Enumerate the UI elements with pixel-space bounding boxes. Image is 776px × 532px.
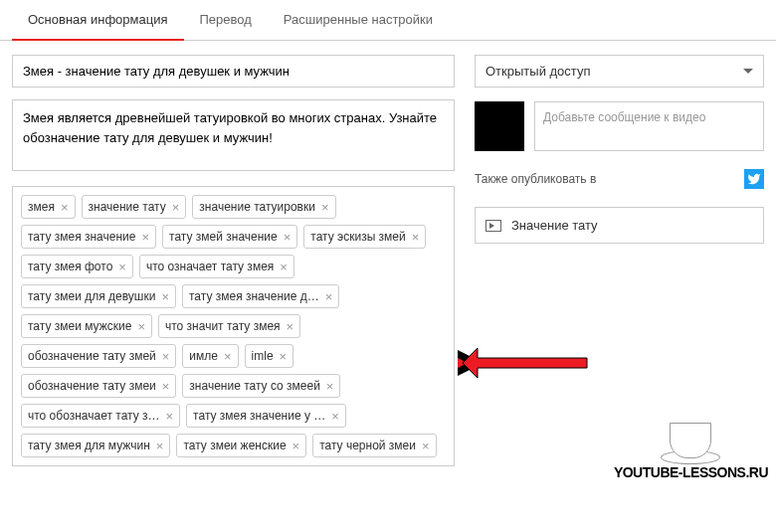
privacy-dropdown[interactable]: Открытый доступ: [475, 55, 764, 88]
tag-text: что обозначает тату з…: [28, 409, 160, 423]
tag-chip: тату змея фото×: [21, 255, 133, 278]
video-description-input[interactable]: Змея является древнейшей татуировкой во …: [12, 99, 455, 171]
tag-remove-icon[interactable]: ×: [162, 350, 170, 363]
tag-text: тату змей значение: [169, 230, 278, 244]
playlist-selector[interactable]: Значение тату: [475, 207, 764, 244]
tag-remove-icon[interactable]: ×: [412, 231, 420, 244]
tag-text: тату змея значение у …: [193, 409, 325, 423]
tag-text: имле: [189, 349, 218, 363]
tag-text: тату змеи женские: [183, 439, 286, 452]
tag-chip: imle×: [245, 344, 294, 368]
tag-text: тату змеи для девушки: [28, 289, 155, 303]
tag-chip: тату эскизы змей×: [303, 225, 426, 249]
tag-text: значение тату: [89, 200, 166, 214]
tag-remove-icon[interactable]: ×: [292, 440, 300, 452]
tag-remove-icon[interactable]: ×: [331, 410, 339, 423]
tag-chip: имле×: [182, 344, 238, 368]
tab-translation[interactable]: Перевод: [184, 0, 268, 40]
tag-remove-icon[interactable]: ×: [172, 201, 180, 214]
tag-remove-icon[interactable]: ×: [321, 201, 329, 214]
tag-text: обозначение тату змей: [28, 349, 156, 363]
tag-remove-icon[interactable]: ×: [280, 350, 288, 363]
tag-remove-icon[interactable]: ×: [162, 380, 170, 393]
chevron-down-icon: [743, 69, 753, 74]
tag-remove-icon[interactable]: ×: [166, 410, 174, 423]
tag-remove-icon[interactable]: ×: [141, 231, 149, 244]
tag-chip: значение татуировки×: [192, 195, 335, 219]
tag-text: тату змеи мужские: [28, 319, 131, 333]
tag-chip: что означает тату змея×: [139, 255, 294, 278]
video-thumbnail: [475, 101, 524, 151]
tag-chip: тату черной змеи×: [312, 434, 436, 457]
tag-remove-icon[interactable]: ×: [326, 380, 334, 393]
tag-text: тату эскизы змей: [310, 230, 405, 244]
watermark: YOUTUBE-LESSONS.RU: [614, 415, 768, 480]
tag-remove-icon[interactable]: ×: [118, 261, 126, 273]
playlist-label: Значение тату: [511, 218, 598, 233]
tab-advanced[interactable]: Расширенные настройки: [268, 0, 449, 40]
tag-text: тату змея значение: [28, 230, 135, 244]
tag-text: что означает тату змея: [146, 260, 274, 273]
also-publish-label: Также опубликовать в: [475, 172, 596, 186]
watermark-text: YOUTUBE-LESSONS.RU: [614, 464, 768, 480]
tag-text: тату змея для мужчин: [28, 439, 150, 452]
tag-remove-icon[interactable]: ×: [422, 440, 430, 452]
tag-chip: обозначение тату змей×: [21, 344, 176, 368]
tag-remove-icon[interactable]: ×: [224, 350, 232, 363]
tag-chip: значение тату со змеей×: [182, 374, 340, 398]
tag-remove-icon[interactable]: ×: [156, 440, 164, 452]
privacy-selected-label: Открытый доступ: [485, 64, 590, 79]
tag-chip: тату змея для мужчин×: [21, 434, 170, 457]
tag-remove-icon[interactable]: ×: [137, 320, 145, 333]
tag-chip: обозначение тату змеи×: [21, 374, 176, 398]
playlist-icon: [485, 220, 501, 232]
tag-chip: тату змеи для девушки×: [21, 284, 176, 308]
tag-text: обозначение тату змеи: [28, 379, 156, 393]
tags-container[interactable]: змея×значение тату×значение татуировки×т…: [12, 186, 455, 466]
tag-text: тату змея значение д…: [189, 289, 319, 303]
tag-chip: значение тату×: [82, 195, 187, 219]
tag-remove-icon[interactable]: ×: [280, 261, 288, 273]
tag-chip: тату змеи мужские×: [21, 314, 152, 338]
video-title-input[interactable]: [12, 55, 455, 88]
tag-text: змея: [28, 200, 55, 214]
tag-text: что значит тату змея: [165, 319, 281, 333]
tag-chip: тату змей значение×: [162, 225, 297, 249]
tag-chip: змея×: [21, 195, 76, 219]
tag-chip: тату змея значение×: [21, 225, 156, 249]
share-message-input[interactable]: Добавьте сообщение к видео: [534, 101, 764, 151]
tag-text: тату змея фото: [28, 260, 112, 273]
tabs-bar: Основная информация Перевод Расширенные …: [0, 0, 776, 41]
tag-remove-icon[interactable]: ×: [284, 231, 291, 244]
cup-logo-icon: [661, 415, 720, 464]
tag-chip: что обозначает тату з…×: [21, 404, 180, 428]
tag-chip: что значит тату змея×: [158, 314, 300, 338]
tag-chip: тату змеи женские×: [176, 434, 306, 457]
tag-chip: тату змея значение д…×: [182, 284, 339, 308]
tag-text: тату черной змеи: [319, 439, 416, 452]
twitter-icon[interactable]: [744, 169, 764, 189]
tag-remove-icon[interactable]: ×: [161, 290, 169, 303]
tag-remove-icon[interactable]: ×: [61, 201, 69, 214]
tag-remove-icon[interactable]: ×: [287, 320, 294, 333]
tag-text: значение татуировки: [199, 200, 315, 214]
tag-remove-icon[interactable]: ×: [325, 290, 333, 303]
tag-text: значение тату со змеей: [189, 379, 319, 393]
tag-text: imle: [252, 349, 274, 363]
tag-chip: тату змея значение у …×: [186, 404, 346, 428]
tab-basic-info[interactable]: Основная информация: [12, 0, 184, 41]
